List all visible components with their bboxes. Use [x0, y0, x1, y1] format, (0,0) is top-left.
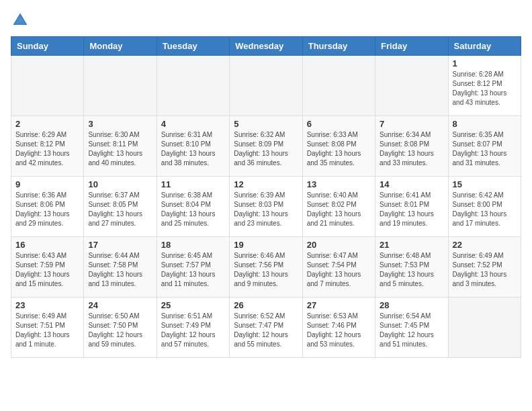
- day-number: 27: [307, 300, 371, 310]
- calendar-cell: [375, 56, 448, 116]
- day-number: 7: [380, 119, 443, 129]
- calendar-table: SundayMondayTuesdayWednesdayThursdayFrid…: [11, 36, 521, 358]
- calendar-cell: 4Sunrise: 6:31 AM Sunset: 8:10 PM Daylig…: [157, 116, 229, 177]
- day-info: Sunrise: 6:44 AM Sunset: 7:58 PM Dayligh…: [88, 251, 152, 289]
- calendar-cell: 11Sunrise: 6:38 AM Sunset: 8:04 PM Dayli…: [157, 177, 229, 237]
- weekday-header-thursday: Thursday: [302, 37, 375, 56]
- weekday-header-sunday: Sunday: [11, 37, 84, 56]
- calendar-cell: 15Sunrise: 6:42 AM Sunset: 8:00 PM Dayli…: [448, 177, 521, 237]
- day-info: Sunrise: 6:53 AM Sunset: 7:46 PM Dayligh…: [307, 312, 371, 349]
- day-number: 24: [88, 300, 152, 310]
- calendar-cell: [84, 56, 157, 116]
- weekday-header-row: SundayMondayTuesdayWednesdayThursdayFrid…: [11, 37, 521, 56]
- day-number: 26: [234, 300, 298, 310]
- day-number: 5: [234, 119, 298, 129]
- day-info: Sunrise: 6:52 AM Sunset: 7:47 PM Dayligh…: [234, 312, 298, 349]
- week-row-5: 23Sunrise: 6:49 AM Sunset: 7:51 PM Dayli…: [11, 298, 521, 358]
- day-info: Sunrise: 6:48 AM Sunset: 7:53 PM Dayligh…: [380, 251, 443, 289]
- day-number: 11: [161, 179, 225, 189]
- calendar-cell: 2Sunrise: 6:29 AM Sunset: 8:12 PM Daylig…: [11, 116, 84, 177]
- day-number: 28: [380, 300, 443, 310]
- day-number: 4: [161, 119, 225, 129]
- day-info: Sunrise: 6:51 AM Sunset: 7:49 PM Dayligh…: [161, 312, 225, 349]
- calendar-cell: [230, 56, 302, 116]
- day-number: 20: [307, 240, 371, 250]
- day-info: Sunrise: 6:38 AM Sunset: 8:04 PM Dayligh…: [161, 191, 225, 228]
- day-info: Sunrise: 6:42 AM Sunset: 8:00 PM Dayligh…: [453, 191, 517, 228]
- calendar-cell: 20Sunrise: 6:47 AM Sunset: 7:54 PM Dayli…: [302, 237, 375, 298]
- week-row-2: 2Sunrise: 6:29 AM Sunset: 8:12 PM Daylig…: [11, 116, 521, 177]
- calendar-cell: [11, 56, 84, 116]
- calendar-cell: 6Sunrise: 6:33 AM Sunset: 8:08 PM Daylig…: [302, 116, 375, 177]
- calendar-cell: 3Sunrise: 6:30 AM Sunset: 8:11 PM Daylig…: [84, 116, 157, 177]
- weekday-header-tuesday: Tuesday: [157, 37, 229, 56]
- calendar-cell: 19Sunrise: 6:46 AM Sunset: 7:56 PM Dayli…: [230, 237, 302, 298]
- day-info: Sunrise: 6:45 AM Sunset: 7:57 PM Dayligh…: [161, 251, 225, 289]
- day-info: Sunrise: 6:32 AM Sunset: 8:09 PM Dayligh…: [234, 130, 298, 168]
- calendar-cell: 1Sunrise: 6:28 AM Sunset: 8:12 PM Daylig…: [448, 56, 521, 116]
- day-info: Sunrise: 6:28 AM Sunset: 8:12 PM Dayligh…: [453, 70, 517, 107]
- calendar-cell: 24Sunrise: 6:50 AM Sunset: 7:50 PM Dayli…: [84, 298, 157, 358]
- calendar-cell: 7Sunrise: 6:34 AM Sunset: 8:08 PM Daylig…: [375, 116, 448, 177]
- calendar-cell: 28Sunrise: 6:54 AM Sunset: 7:45 PM Dayli…: [375, 298, 448, 358]
- calendar-cell: 5Sunrise: 6:32 AM Sunset: 8:09 PM Daylig…: [230, 116, 302, 177]
- day-info: Sunrise: 6:50 AM Sunset: 7:50 PM Dayligh…: [88, 312, 152, 349]
- day-number: 1: [453, 58, 517, 68]
- day-number: 25: [161, 300, 225, 310]
- day-number: 19: [234, 240, 298, 250]
- weekday-header-saturday: Saturday: [448, 37, 521, 56]
- calendar-cell: 14Sunrise: 6:41 AM Sunset: 8:01 PM Dayli…: [375, 177, 448, 237]
- calendar-cell: [157, 56, 229, 116]
- day-number: 17: [88, 240, 152, 250]
- day-number: 8: [453, 119, 517, 129]
- weekday-header-wednesday: Wednesday: [230, 37, 302, 56]
- day-number: 3: [88, 119, 152, 129]
- calendar-cell: [448, 298, 521, 358]
- day-number: 12: [234, 179, 298, 189]
- calendar-cell: 8Sunrise: 6:35 AM Sunset: 8:07 PM Daylig…: [448, 116, 521, 177]
- day-number: 21: [380, 240, 443, 250]
- calendar-cell: [302, 56, 375, 116]
- day-number: 2: [15, 119, 79, 129]
- week-row-4: 16Sunrise: 6:43 AM Sunset: 7:59 PM Dayli…: [11, 237, 521, 298]
- day-info: Sunrise: 6:40 AM Sunset: 8:02 PM Dayligh…: [307, 191, 371, 228]
- day-info: Sunrise: 6:54 AM Sunset: 7:45 PM Dayligh…: [380, 312, 443, 349]
- day-number: 14: [380, 179, 443, 189]
- day-info: Sunrise: 6:43 AM Sunset: 7:59 PM Dayligh…: [15, 251, 79, 289]
- week-row-3: 9Sunrise: 6:36 AM Sunset: 8:06 PM Daylig…: [11, 177, 521, 237]
- day-info: Sunrise: 6:46 AM Sunset: 7:56 PM Dayligh…: [234, 251, 298, 289]
- day-info: Sunrise: 6:37 AM Sunset: 8:05 PM Dayligh…: [88, 191, 152, 228]
- calendar-cell: 26Sunrise: 6:52 AM Sunset: 7:47 PM Dayli…: [230, 298, 302, 358]
- calendar-cell: 22Sunrise: 6:49 AM Sunset: 7:52 PM Dayli…: [448, 237, 521, 298]
- day-number: 23: [15, 300, 79, 310]
- day-info: Sunrise: 6:34 AM Sunset: 8:08 PM Dayligh…: [380, 130, 443, 168]
- weekday-header-monday: Monday: [84, 37, 157, 56]
- day-info: Sunrise: 6:47 AM Sunset: 7:54 PM Dayligh…: [307, 251, 371, 289]
- day-info: Sunrise: 6:30 AM Sunset: 8:11 PM Dayligh…: [88, 130, 152, 168]
- calendar-cell: 9Sunrise: 6:36 AM Sunset: 8:06 PM Daylig…: [11, 177, 84, 237]
- day-info: Sunrise: 6:29 AM Sunset: 8:12 PM Dayligh…: [15, 130, 79, 168]
- logo: [11, 11, 32, 30]
- day-number: 10: [88, 179, 152, 189]
- day-info: Sunrise: 6:41 AM Sunset: 8:01 PM Dayligh…: [380, 191, 443, 228]
- day-number: 13: [307, 179, 371, 189]
- calendar-cell: 23Sunrise: 6:49 AM Sunset: 7:51 PM Dayli…: [11, 298, 84, 358]
- calendar-cell: 27Sunrise: 6:53 AM Sunset: 7:46 PM Dayli…: [302, 298, 375, 358]
- page-header: [11, 11, 521, 30]
- day-info: Sunrise: 6:36 AM Sunset: 8:06 PM Dayligh…: [15, 191, 79, 228]
- weekday-header-friday: Friday: [375, 37, 448, 56]
- day-info: Sunrise: 6:39 AM Sunset: 8:03 PM Dayligh…: [234, 191, 298, 228]
- calendar-cell: 12Sunrise: 6:39 AM Sunset: 8:03 PM Dayli…: [230, 177, 302, 237]
- calendar-cell: 25Sunrise: 6:51 AM Sunset: 7:49 PM Dayli…: [157, 298, 229, 358]
- day-number: 16: [15, 240, 79, 250]
- day-info: Sunrise: 6:49 AM Sunset: 7:52 PM Dayligh…: [453, 251, 517, 289]
- day-number: 18: [161, 240, 225, 250]
- day-number: 15: [453, 179, 517, 189]
- day-info: Sunrise: 6:31 AM Sunset: 8:10 PM Dayligh…: [161, 130, 225, 168]
- day-info: Sunrise: 6:49 AM Sunset: 7:51 PM Dayligh…: [15, 312, 79, 349]
- calendar-cell: 13Sunrise: 6:40 AM Sunset: 8:02 PM Dayli…: [302, 177, 375, 237]
- calendar-cell: 21Sunrise: 6:48 AM Sunset: 7:53 PM Dayli…: [375, 237, 448, 298]
- day-info: Sunrise: 6:33 AM Sunset: 8:08 PM Dayligh…: [307, 130, 371, 168]
- week-row-1: 1Sunrise: 6:28 AM Sunset: 8:12 PM Daylig…: [11, 56, 521, 116]
- logo-icon: [11, 11, 30, 30]
